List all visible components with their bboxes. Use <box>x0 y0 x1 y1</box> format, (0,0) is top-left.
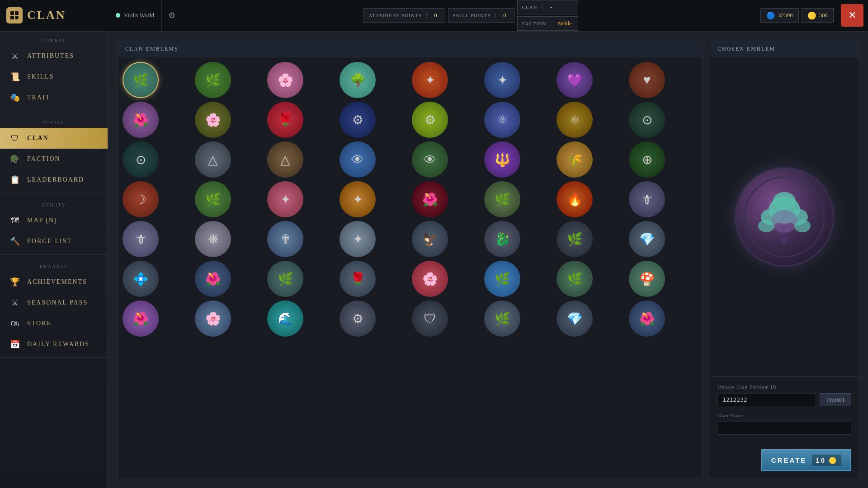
skill-points-value: 0 <box>496 12 514 19</box>
emblem-item[interactable]: 🌺 <box>123 300 159 337</box>
emblem-item[interactable]: 🌿 <box>484 181 520 217</box>
emblems-grid-container[interactable]: 🌿🌿🌸🌳✦✦💜♥🌺🌸🌹⚙⚙⚛⚛⊙⊙△△👁👁🔱🌾⊕☽🌿✦✦🌺🌿🔥🗡🗡❋✟✦🦅🐉🌿💎… <box>118 57 702 479</box>
currency1-box: 🔵 32398 <box>760 8 799 23</box>
emblem-item[interactable]: 🌺 <box>123 102 159 138</box>
emblem-item[interactable]: 🌳 <box>340 62 376 98</box>
emblem-item[interactable]: 🌿 <box>267 261 303 297</box>
emblem-item[interactable]: 🌸 <box>412 261 448 297</box>
chosen-emblem-header: CHOSEN EMBLEM <box>710 41 859 57</box>
emblem-item[interactable]: ⊕ <box>629 141 665 178</box>
sidebar-item-daily[interactable]: 📅DAILY REWARDS <box>0 334 108 355</box>
emblem-item[interactable]: 🌾 <box>557 141 593 178</box>
emblem-item[interactable]: 🌊 <box>267 300 303 337</box>
emblem-item[interactable]: 👁 <box>412 141 448 178</box>
emblem-item[interactable]: ♥ <box>629 62 665 98</box>
emblem-item[interactable]: △ <box>195 141 231 178</box>
emblem-item[interactable]: ⚙ <box>340 102 376 138</box>
emblem-item[interactable]: 🌺 <box>195 261 231 297</box>
emblem-item[interactable]: 🐉 <box>484 221 520 257</box>
sidebar-item-seasonal[interactable]: ⚔SEASONAL PASS <box>0 292 108 313</box>
emblem-item[interactable]: ✦ <box>340 181 376 217</box>
center-stats: ATTRIBUTE POINTS 0 SKILL POINTS 0 CLAN -… <box>182 0 760 31</box>
sidebar-item-attributes[interactable]: ⚔ATTRIBUTES <box>0 46 108 66</box>
sidebar-item-trait[interactable]: 🎭TRAIT <box>0 87 108 108</box>
clan-value: - <box>542 4 561 11</box>
sidebar-item-skills[interactable]: 📜SKILLS <box>0 66 108 87</box>
world-tab[interactable]: Virdis World <box>108 0 162 31</box>
svg-point-12 <box>794 220 811 232</box>
sidebar-section-combat: COMBAT <box>0 32 108 46</box>
topbar: CLAN Virdis World ⚙ ATTRIBUTE POINTS 0 S… <box>0 0 868 32</box>
emblem-item[interactable]: 🌹 <box>340 261 376 297</box>
emblem-item[interactable]: ✦ <box>484 62 520 98</box>
emblem-item[interactable]: ☽ <box>123 181 159 217</box>
emblem-item[interactable]: ⊙ <box>123 141 159 178</box>
emblem-item[interactable]: ⚛ <box>484 102 520 138</box>
emblem-item[interactable]: 🌸 <box>195 102 231 138</box>
emblems-panel: CLAN EMBLEMS 🌿🌿🌸🌳✦✦💜♥🌺🌸🌹⚙⚙⚛⚛⊙⊙△△👁👁🔱🌾⊕☽🌿✦… <box>118 41 703 479</box>
emblem-info: Unique Clan Emblem ID Import Clan Name <box>710 376 859 449</box>
emblem-item[interactable]: 🌸 <box>195 300 231 337</box>
emblem-item[interactable]: 🍄 <box>629 261 665 297</box>
sidebar-item-forgelist[interactable]: 🔨FORGE LIST <box>0 231 108 252</box>
sidebar-icon-attributes: ⚔ <box>9 50 21 62</box>
emblem-item[interactable]: 🦅 <box>412 221 448 257</box>
emblem-item[interactable]: 🗡 <box>123 221 159 257</box>
clan-box: CLAN - <box>517 0 579 14</box>
emblem-item[interactable]: ✦ <box>412 62 448 98</box>
sidebar-label-map: MAP [N] <box>27 217 57 224</box>
sidebar-label-faction: FACTION <box>27 155 61 163</box>
emblem-item[interactable]: 🌿 <box>123 62 159 98</box>
emblem-item[interactable]: ⊙ <box>629 102 665 138</box>
sidebar-label-attributes: ATTRIBUTES <box>27 52 74 60</box>
sidebar-item-achievements[interactable]: 🏆ACHIEVEMENTS <box>0 272 108 292</box>
emblem-item[interactable]: 🌿 <box>484 261 520 297</box>
currency2-amount: 308 <box>819 12 828 19</box>
sidebar-divider <box>0 193 108 193</box>
sidebar-item-faction[interactable]: 🪖FACTION <box>0 149 108 169</box>
sidebar-item-clan[interactable]: 🛡CLAN <box>0 128 108 149</box>
emblem-item[interactable]: 💜 <box>557 62 593 98</box>
clan-name-input[interactable] <box>717 422 851 435</box>
emblem-item[interactable]: ⚙ <box>412 102 448 138</box>
emblem-item[interactable]: 🛡 <box>412 300 448 337</box>
sidebar-item-store[interactable]: 🛍STORE <box>0 313 108 334</box>
emblem-item[interactable]: 🌹 <box>267 102 303 138</box>
emblem-item[interactable]: 🌿 <box>557 261 593 297</box>
emblem-item[interactable]: 🌿 <box>557 221 593 257</box>
emblem-item[interactable]: 🌿 <box>195 62 231 98</box>
emblem-item[interactable]: 🌿 <box>484 300 520 337</box>
emblem-item[interactable]: 🔥 <box>557 181 593 217</box>
emblem-item[interactable]: 🌸 <box>267 62 303 98</box>
emblem-item[interactable]: △ <box>267 141 303 178</box>
emblem-item[interactable]: ⚙ <box>340 300 376 337</box>
emblems-grid: 🌿🌿🌸🌳✦✦💜♥🌺🌸🌹⚙⚙⚛⚛⊙⊙△△👁👁🔱🌾⊕☽🌿✦✦🌺🌿🔥🗡🗡❋✟✦🦅🐉🌿💎… <box>123 62 698 337</box>
emblem-item[interactable]: ❋ <box>195 221 231 257</box>
emblem-item[interactable]: ✦ <box>340 221 376 257</box>
emblem-item[interactable]: 🌺 <box>629 300 665 337</box>
emblem-item[interactable]: 💎 <box>629 221 665 257</box>
emblem-item[interactable]: 🔱 <box>484 141 520 178</box>
sidebar-icon-store: 🛍 <box>9 318 21 329</box>
close-button[interactable]: ✕ <box>841 4 863 27</box>
sidebar-icon-forgelist: 🔨 <box>9 235 21 247</box>
attribute-points-value: 0 <box>427 12 445 19</box>
emblem-id-input[interactable] <box>717 393 816 406</box>
sidebar-item-leaderboard[interactable]: 📋LEADERBOARD <box>0 169 108 190</box>
currency2-box: 🟡 308 <box>802 8 834 23</box>
emblem-item[interactable]: 🌿 <box>195 181 231 217</box>
import-button[interactable]: Import <box>820 393 851 406</box>
emblem-item[interactable]: 🌺 <box>412 181 448 217</box>
create-btn-row: CREATE 10 🟡 <box>710 449 859 479</box>
sidebar-item-map[interactable]: 🗺MAP [N] <box>0 210 108 231</box>
create-button[interactable]: CREATE 10 🟡 <box>761 449 851 471</box>
emblem-item[interactable]: 💎 <box>557 300 593 337</box>
emblem-item[interactable]: ✦ <box>267 181 303 217</box>
emblem-item[interactable]: ⚛ <box>557 102 593 138</box>
emblem-item[interactable]: 🗡 <box>629 181 665 217</box>
emblem-item[interactable]: ✟ <box>267 221 303 257</box>
emblem-item[interactable]: 💠 <box>123 261 159 297</box>
settings-button[interactable]: ⚙ <box>162 0 182 31</box>
emblem-item[interactable]: 👁 <box>340 141 376 178</box>
create-cost: 10 🟡 <box>812 455 841 466</box>
